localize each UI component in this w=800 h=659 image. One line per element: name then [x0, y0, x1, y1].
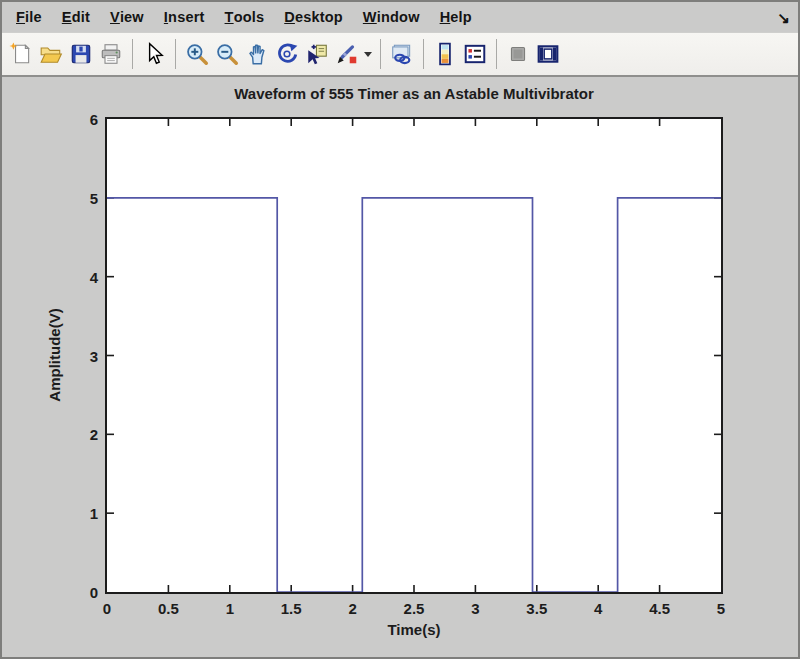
menu-item-window[interactable]: Window: [353, 2, 430, 32]
menu-items: FileEditViewInsertToolsDesktopWindowHelp: [6, 2, 482, 32]
toolbar-group: [139, 38, 169, 70]
y-tick-label: 5: [90, 189, 98, 206]
plot-title: Waveform of 555 Timer as an Astable Mult…: [234, 85, 594, 102]
zoom-in-button[interactable]: [182, 38, 212, 70]
toolbar-separator: [380, 39, 381, 69]
matlab-figure-window: FileEditViewInsertToolsDesktopWindowHelp…: [0, 0, 800, 659]
menu-item-tools[interactable]: Tools: [215, 2, 275, 32]
pan-button[interactable]: [242, 38, 272, 70]
legend-button[interactable]: [460, 38, 490, 70]
link-plot-icon: [390, 42, 414, 66]
print-figure-button[interactable]: [96, 38, 126, 70]
edit-plot-icon: [142, 42, 166, 66]
pan-icon: [245, 42, 269, 66]
rotate-3d-icon: [275, 42, 299, 66]
new-figure-icon: [9, 42, 33, 66]
save-figure-button[interactable]: [66, 38, 96, 70]
menu-item-desktop[interactable]: Desktop: [274, 2, 353, 32]
toolbar-group: [387, 38, 417, 70]
menu-item-view[interactable]: View: [100, 2, 154, 32]
x-tick-label: 4.5: [649, 600, 670, 617]
y-tick-label: 0: [90, 584, 98, 601]
toolbar-group: [6, 38, 126, 70]
toolbar-separator: [175, 39, 176, 69]
y-tick-label: 6: [90, 111, 98, 128]
colorbar-icon: [433, 42, 457, 66]
y-tick-label: 1: [90, 505, 98, 522]
toolbar-group: [182, 38, 374, 70]
hide-plot-tools-button[interactable]: [503, 38, 533, 70]
x-tick-label: 2: [348, 600, 356, 617]
data-cursor-icon: [305, 42, 329, 66]
toolbar-separator: [423, 39, 424, 69]
y-axis-label: Amplitude(V): [46, 308, 63, 401]
brush-dropdown-caret[interactable]: [362, 38, 374, 70]
menu-item-file[interactable]: File: [6, 2, 52, 32]
show-plot-tools-icon: [536, 42, 560, 66]
data-cursor-button[interactable]: [302, 38, 332, 70]
y-tick-label: 3: [90, 347, 98, 364]
rotate-3d-button[interactable]: [272, 38, 302, 70]
toolbar-separator: [496, 39, 497, 69]
x-tick-label: 1.5: [281, 600, 302, 617]
x-tick-label: 0.5: [158, 600, 179, 617]
colorbar-button[interactable]: [430, 38, 460, 70]
zoom-in-icon: [185, 42, 209, 66]
toolbar-group: [430, 38, 490, 70]
x-tick-label: 2.5: [404, 600, 425, 617]
brush-icon: [335, 42, 359, 66]
toolbar-group: [503, 38, 563, 70]
menu-item-edit[interactable]: Edit: [52, 2, 100, 32]
open-file-icon: [39, 42, 63, 66]
waveform-svg: [107, 119, 721, 592]
show-plot-tools-button[interactable]: [533, 38, 563, 70]
link-plot-button[interactable]: [387, 38, 417, 70]
dock-figure-arrow-icon[interactable]: ↘: [777, 10, 790, 25]
new-figure-button[interactable]: [6, 38, 36, 70]
print-figure-icon: [99, 42, 123, 66]
menu-bar: FileEditViewInsertToolsDesktopWindowHelp…: [2, 2, 798, 33]
plot-canvas[interactable]: [105, 117, 723, 594]
edit-plot-button[interactable]: [139, 38, 169, 70]
x-axis-label: Time(s): [387, 621, 440, 638]
x-tick-label: 0: [103, 600, 111, 617]
menu-item-insert[interactable]: Insert: [154, 2, 215, 32]
hide-plot-tools-icon: [506, 42, 530, 66]
toolbar-separator: [132, 39, 133, 69]
menu-item-help[interactable]: Help: [430, 2, 482, 32]
x-tick-label: 5: [717, 600, 725, 617]
x-tick-label: 4: [594, 600, 602, 617]
toolbar: [2, 33, 798, 77]
figure-area: Waveform of 555 Timer as an Astable Mult…: [2, 77, 798, 657]
open-file-button[interactable]: [36, 38, 66, 70]
legend-icon: [463, 42, 487, 66]
x-tick-label: 3: [471, 600, 479, 617]
save-figure-icon: [69, 42, 93, 66]
brush-button[interactable]: [332, 38, 362, 70]
x-tick-label: 1: [226, 600, 234, 617]
y-tick-label: 4: [90, 268, 98, 285]
y-tick-label: 2: [90, 426, 98, 443]
x-tick-label: 3.5: [526, 600, 547, 617]
zoom-out-button[interactable]: [212, 38, 242, 70]
zoom-out-icon: [215, 42, 239, 66]
